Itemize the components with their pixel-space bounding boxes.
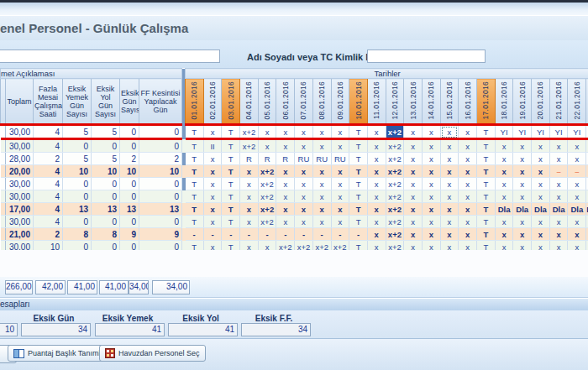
grid-cell[interactable]: 5 [63, 125, 92, 139]
grid-row[interactable]: 30,0045500TxTx+2xxxxxTxx+2xxxxTYIYIYIYIY… [1, 125, 588, 139]
day-cell[interactable]: x [568, 216, 586, 228]
day-cell[interactable]: - [331, 228, 349, 241]
day-cell[interactable]: T [349, 216, 368, 228]
grid-cell[interactable]: 13 [92, 203, 120, 216]
day-cell[interactable]: x [295, 203, 313, 216]
day-cell[interactable]: - [240, 228, 259, 241]
date-header[interactable]: 03.01.2016 [222, 79, 240, 125]
grid-cell[interactable]: 17,00 [6, 203, 34, 216]
grid-cell[interactable]: 4 [34, 203, 63, 216]
day-cell[interactable]: YI [513, 125, 532, 139]
day-cell[interactable]: x [422, 153, 440, 165]
day-cell[interactable]: x [331, 203, 349, 216]
day-cell[interactable]: x+2 [240, 139, 259, 153]
day-cell[interactable]: x [404, 153, 423, 165]
date-header[interactable]: 13.01.2016 [404, 79, 423, 125]
date-header[interactable]: 06.01.2016 [276, 79, 295, 125]
day-cell[interactable]: x [568, 139, 586, 153]
day-cell[interactable]: x [240, 190, 259, 203]
day-cell[interactable]: x [404, 203, 423, 216]
date-header[interactable]: 15.01.2016 [440, 79, 459, 125]
grid-cell[interactable]: 13 [120, 203, 139, 216]
grid-cell[interactable]: 10 [92, 165, 120, 178]
day-cell[interactable]: x [532, 165, 550, 178]
day-cell[interactable]: x [532, 228, 550, 241]
grid-cell[interactable]: 0 [120, 125, 139, 139]
day-cell[interactable]: x [331, 178, 349, 190]
day-cell[interactable]: T [222, 139, 240, 153]
grid-cell[interactable]: 8 [92, 228, 120, 241]
toolbar-button[interactable]: Havuzdan Personel Seç [99, 345, 206, 362]
grid-row[interactable]: 30,0040000TxTxx+2xxxxTxx+2xxxxTxxxxx [1, 216, 588, 228]
day-cell[interactable]: x [513, 190, 532, 203]
grid-row[interactable]: 20,00410101010TxTxx+2xxxxTxx+2xxxxTxxx–– [1, 165, 588, 178]
grid-cell[interactable]: 10 [120, 165, 139, 178]
day-cell[interactable]: - [186, 228, 204, 241]
day-cell[interactable]: T [186, 125, 204, 139]
name-search-input[interactable] [367, 50, 486, 63]
grid-cell[interactable]: 0 [139, 216, 182, 228]
grid-cell[interactable]: 8 [63, 228, 92, 241]
grid-cell[interactable]: 2 [139, 153, 182, 165]
day-cell[interactable]: x [568, 190, 586, 203]
day-cell[interactable]: T [186, 190, 204, 203]
day-cell[interactable]: – [568, 165, 586, 178]
day-cell[interactable]: x [513, 165, 532, 178]
filter-input[interactable] [0, 50, 220, 63]
day-cell[interactable]: x [203, 203, 222, 216]
grid-cell[interactable]: 2 [120, 153, 139, 165]
day-cell[interactable]: T [477, 228, 496, 241]
day-cell[interactable]: Dla [513, 203, 532, 216]
grid-row[interactable]: 17,00413131313TxTxx+2xxxxTxx+2xxxxTDlaDl… [1, 203, 588, 216]
day-cell[interactable]: x+2 [240, 125, 259, 139]
date-header[interactable]: 02.01.2016 [203, 79, 222, 125]
day-cell[interactable]: x [295, 165, 313, 178]
day-cell[interactable]: x [312, 190, 331, 203]
day-cell[interactable]: x [240, 216, 259, 228]
day-cell[interactable]: x [422, 165, 440, 178]
date-header[interactable]: 20.01.2016 [532, 79, 550, 125]
day-cell[interactable]: x [295, 139, 313, 153]
grid-cell[interactable]: 2 [34, 153, 63, 165]
day-cell[interactable]: T [222, 203, 240, 216]
day-cell[interactable]: x [513, 178, 532, 190]
day-cell[interactable]: x [276, 139, 295, 153]
day-cell[interactable]: x [203, 153, 222, 165]
day-cell[interactable]: x [276, 125, 295, 139]
day-cell[interactable]: T [222, 153, 240, 165]
date-header[interactable]: 12.01.2016 [386, 79, 404, 125]
day-cell[interactable]: x [495, 228, 513, 241]
day-cell[interactable]: x [440, 153, 459, 165]
date-header[interactable]: 18.01.2016 [495, 79, 513, 125]
date-header[interactable]: 11.01.2016 [367, 79, 386, 125]
day-cell[interactable]: x [495, 165, 513, 178]
date-header[interactable]: 16.01.2016 [459, 79, 477, 125]
grid-cell[interactable]: 30,00 [6, 125, 34, 139]
day-cell[interactable]: x [240, 203, 259, 216]
day-cell[interactable]: x [459, 139, 477, 153]
day-cell[interactable]: x [549, 190, 568, 203]
day-cell[interactable]: T [222, 216, 240, 228]
day-cell[interactable]: x [404, 165, 423, 178]
day-cell[interactable]: YI [532, 125, 550, 139]
day-cell[interactable]: x [495, 216, 513, 228]
grid-row[interactable]: 28,0025522TxTRRRRURURUTxx+2xxxxTxxxxx [1, 153, 588, 165]
day-cell[interactable]: Dla [568, 203, 586, 216]
day-cell[interactable]: T [477, 190, 496, 203]
day-cell[interactable]: x [404, 139, 423, 153]
day-cell[interactable]: x [312, 165, 331, 178]
day-cell[interactable]: x [549, 228, 568, 241]
grid-cell[interactable]: 13 [139, 203, 182, 216]
day-cell[interactable]: x [422, 139, 440, 153]
day-cell[interactable]: RU [295, 153, 313, 165]
day-cell[interactable]: x [513, 153, 532, 165]
grid-cell[interactable]: 5 [63, 153, 92, 165]
day-cell[interactable]: x [513, 216, 532, 228]
day-cell[interactable]: - [295, 228, 313, 241]
date-header[interactable]: 09.01.2016 [331, 79, 349, 125]
day-cell[interactable]: - [258, 228, 276, 241]
day-cell[interactable]: T [222, 165, 240, 178]
day-cell[interactable]: x [367, 153, 386, 165]
day-cell[interactable]: x [532, 178, 550, 190]
day-cell[interactable]: x [422, 216, 440, 228]
